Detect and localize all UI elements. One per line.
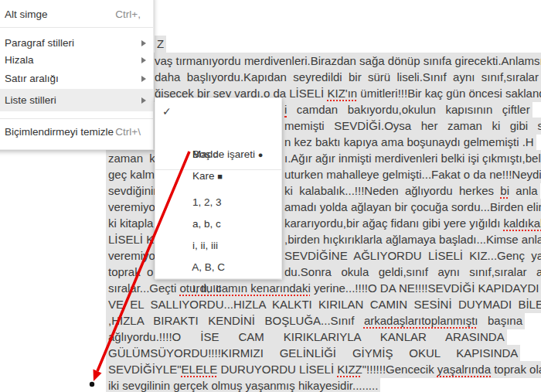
- text-run: ki kitapla: [108, 216, 153, 230]
- document-line[interactable]: memişti SEVDİĞİ.Oysa her zaman ki gibi s…: [282, 118, 541, 135]
- document-line[interactable]: GÜLÜMSÜYORDU!!!!KIRMIZI GELİNLİĞİ GİYMİŞ…: [106, 345, 520, 362]
- text-run: memişti SEVDİĞİ.Oysa her zaman ki gibi s…: [284, 119, 541, 132]
- misspelled-text: KIZ'ın: [327, 87, 357, 100]
- submenu-arrow-icon: [141, 76, 146, 82]
- document-line[interactable]: ı.Ağır ağır inmişti merdivenleri belki i…: [282, 150, 541, 167]
- submenu-item-I-II-III[interactable]: I, II, III: [155, 257, 281, 278]
- document-line[interactable]: du.Sonra okula geldi,sınıf aynı sınıf,sı…: [282, 264, 541, 281]
- document-line[interactable]: SEVDİĞİYLE"ELELE DURUYORDU LİSELİ KIZZ"!…: [106, 361, 541, 378]
- document-line[interactable]: LİSELİ K: [106, 231, 156, 248]
- menu-item-label: Biçimlendirmeyi temizle: [5, 126, 114, 138]
- document-line[interactable]: geç kalmı: [106, 166, 160, 183]
- text-run: amadı yolda ağlayan bir çocuğa sordu...B…: [284, 200, 541, 213]
- submenu-item-A-B-C[interactable]: A, B, C: [155, 235, 281, 257]
- text-run: LİSELİ K: [108, 233, 154, 246]
- text-run: sevdiğinin: [108, 184, 160, 197]
- text-run: n kez baktı kapıya ama boşunaydı gelmemi…: [284, 135, 534, 148]
- submenu-arrow-icon: [141, 57, 146, 63]
- text-run: sıralar...Geçti: [108, 281, 180, 295]
- submenu-item-1-2-3[interactable]: 1, 2, 3: [155, 170, 281, 192]
- document-line[interactable]: Z: [155, 36, 166, 53]
- misspelled-text: yaşalrında: [437, 363, 491, 376]
- document-line[interactable]: veremiyo: [106, 199, 158, 216]
- text-run: "!!!!!!Gencecik: [362, 363, 437, 376]
- misspelled-text: bi: [500, 184, 509, 197]
- document-line[interactable]: sevdiğinin: [106, 182, 162, 199]
- document-line[interactable]: ki kitapla: [106, 215, 155, 232]
- document-line[interactable]: sıralar...Geçti oturdu camın kenarındaki…: [106, 280, 541, 297]
- menu-item-alt-simge[interactable]: Alt simge Ctrl+,: [0, 5, 153, 24]
- text-run: toprak o: [108, 265, 153, 278]
- text-run: ,HIZLA BIRAKTI KENDİNİ BOŞLUĞA...Sınıf: [108, 314, 364, 327]
- document-line[interactable]: zaman kı: [106, 150, 161, 167]
- menu-item-paragraf-stilleri[interactable]: Paragraf stilleri: [0, 34, 153, 53]
- text-run: ki kalabalık...!!!Neden ağlıyordu herkes: [284, 184, 500, 197]
- misspelled-text: ELELE: [182, 363, 218, 376]
- document-line[interactable]: vaş tırmanıyordu merdivenleri.Birazdan s…: [152, 53, 541, 70]
- text-run: kararıyordu,bir ağaç fidanı gibi yere yı…: [284, 216, 503, 230]
- text-run: uturken mahalleye gelmişti...Fakat o da …: [284, 168, 541, 181]
- submenu-item-madde-isareti[interactable]: ✓ Madde işareti ●: [155, 101, 281, 122]
- text-run: ,birden hıçkırıklarla ağlamaya başladı..…: [284, 233, 541, 246]
- list-styles-submenu: ✓ Madde işareti ● Boş ○ Kare ■ 1, 2, 3 a…: [155, 97, 282, 279]
- document-line[interactable]: amadı yolda ağlayan bir çocuğa sordu...B…: [282, 199, 541, 216]
- text-run: GÜLÜMSÜYORDU!!!!KIRMIZI GELİNLİĞİ GİYMİŞ…: [108, 346, 518, 360]
- text-run: geç kalmı: [108, 168, 158, 181]
- text-run: Z: [157, 37, 164, 50]
- text-run: vaş tırmanıyordu merdivenleri.Birazdan s…: [155, 54, 541, 67]
- document-line[interactable]: veremiyo: [106, 247, 158, 264]
- checkmark-icon: ✓: [162, 101, 178, 122]
- submenu-item-kare[interactable]: Kare ■: [155, 144, 281, 165]
- text-run: ı.Ağır ağır inmişti merdivenleri belki i…: [284, 152, 541, 165]
- document-line[interactable]: ki kalabalık...!!!Neden ağlıyordu herkes…: [282, 182, 540, 199]
- text-run: du.Sonra okula geldi,sınıf aynı sınıf,sı…: [284, 265, 541, 278]
- text-run: iki sevgilinin gerçek olmuş yaşanmış hik…: [108, 379, 378, 392]
- document-line[interactable]: ,birden hıçkırıklarla ağlamaya başladı..…: [282, 231, 541, 248]
- submenu-item-a-b-c[interactable]: a, b, c: [155, 192, 281, 213]
- document-line[interactable]: n kez baktı kapıya ama boşunaydı gelmemi…: [282, 134, 536, 151]
- text-run: veremiyo: [108, 249, 155, 262]
- submenu-item-bos[interactable]: Boş ○: [155, 122, 281, 144]
- menu-item-liste-stilleri[interactable]: Liste stilleri: [0, 89, 153, 111]
- text-run: başına: [478, 314, 523, 327]
- menu-item-hizala[interactable]: Hizala: [0, 51, 153, 70]
- document-line[interactable]: SEVDİĞİNE AĞLIYORDU LİSELİ KIZ...Genç ya…: [282, 247, 541, 264]
- text-run: ağlıyordu.!!!!O İSE CAM KIRIKLARIYLA KAN…: [108, 330, 505, 343]
- document-line[interactable]: uturken mahalleye gelmişti...Fakat o da …: [282, 166, 541, 183]
- text-run: yerine...!!!!O DA NE!!!!SEVDİĞİ KAPIDAYD…: [311, 281, 539, 295]
- misspelled-text: KIZZ: [337, 363, 362, 376]
- document-line[interactable]: i camdan bakıyordu,okulun kapısının çift…: [282, 101, 532, 118]
- document-line[interactable]: iki sevgilinin gerçek olmuş yaşanmış hik…: [106, 377, 380, 392]
- menu-item-label: Paragraf stilleri: [5, 37, 74, 49]
- misspelled-text: kaldıkal: [503, 216, 541, 230]
- menu-separator: [0, 118, 153, 119]
- submenu-arrow-icon: [141, 97, 146, 104]
- text-run: ümitleri!!!Bir kaç gün öncesi saklandı: [357, 87, 541, 100]
- menu-item-label: Alt simge: [5, 9, 48, 20]
- format-menu: Alt simge Ctrl+, Paragraf stilleri Hizal…: [0, 0, 154, 150]
- menu-item-label: Hizala: [5, 54, 34, 66]
- document-line[interactable]: toprak o: [106, 264, 155, 281]
- text-run: zaman kı: [108, 152, 158, 165]
- text-run: veremiyo: [108, 200, 155, 213]
- menu-item-satir-araligi[interactable]: Satır aralığı: [0, 70, 153, 88]
- text-run: DURUYORDU LİSELİ: [217, 363, 337, 376]
- submenu-item-i-ii-iii[interactable]: i, ii, iii: [155, 213, 281, 235]
- shortcut-label: Ctrl+,: [115, 5, 141, 24]
- document-line[interactable]: ,HIZLA BIRAKTI KENDİNİ BOŞLUĞA...Sınıf a…: [106, 312, 525, 329]
- shortcut-label: Ctrl+\: [115, 123, 141, 141]
- text-run: camdan bakıyordu,okulun kapısının çiftle…: [287, 103, 529, 116]
- text-run: toprak olan: [491, 363, 541, 376]
- text-run: daha başlıyordu.Kapıdan seyredildi bir s…: [155, 70, 541, 84]
- document-line[interactable]: kararıyordu,bir ağaç fidanı gibi yere yı…: [282, 215, 541, 232]
- document-line[interactable]: VE EL SALLIYORDU...HIZLA KALKTI KIRILAN …: [106, 296, 541, 313]
- text-run: VE EL SALLIYORDU...HIZLA KALKTI KIRILAN …: [108, 298, 541, 311]
- text-run: anla: [509, 184, 538, 197]
- menu-item-bicimlendirmeyi-temizle[interactable]: Biçimlendirmeyi temizle Ctrl+\: [0, 123, 153, 141]
- menu-item-label: Satır aralığı: [5, 73, 59, 84]
- document-line[interactable]: daha başlıyordu.Kapıdan seyredildi bir s…: [152, 69, 541, 86]
- document-line[interactable]: ağlıyordu.!!!!O İSE CAM KIRIKLARIYLA KAN…: [106, 329, 507, 346]
- text-run: SEVDİĞİNE AĞLIYORDU LİSELİ KIZ...Genç ya…: [284, 249, 541, 262]
- misspelled-text: arkadaşlarıtoplanmıştı: [364, 314, 478, 327]
- menu-item-label: Liste stilleri: [5, 94, 56, 106]
